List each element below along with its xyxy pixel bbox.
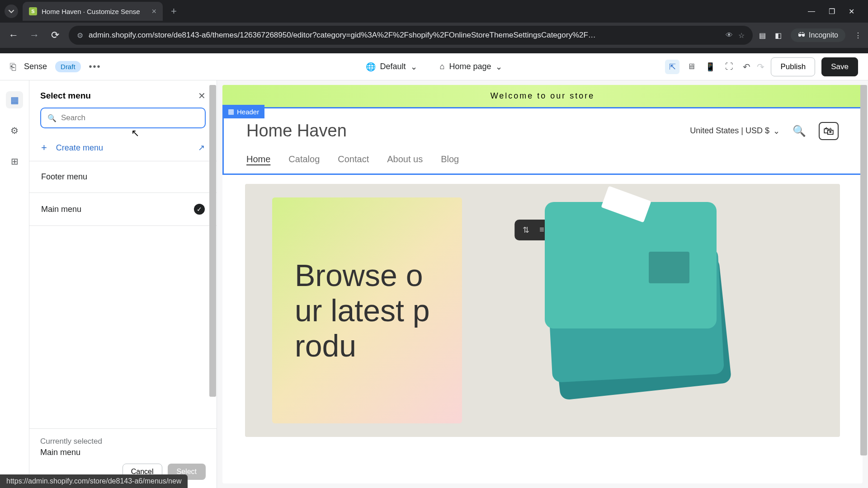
- app-embeds-icon[interactable]: ⊞: [6, 153, 23, 170]
- reading-list-icon[interactable]: ▤: [759, 31, 766, 40]
- region-label: United States | USD $: [690, 126, 769, 136]
- template-label: Default: [380, 62, 406, 71]
- incognito-badge[interactable]: 🕶 Incognito: [791, 28, 845, 42]
- topbar-right: ⇱ 🖥 📱 ⛶ ↶ ↷ Publish Save: [665, 57, 858, 76]
- chevron-down-icon: ⌄: [773, 126, 780, 136]
- currently-selected-label: Currently selected: [40, 437, 206, 446]
- section-icon: ▦: [228, 108, 234, 116]
- close-window-icon[interactable]: ✕: [849, 7, 854, 16]
- check-icon: ✓: [194, 204, 205, 215]
- hero-heading: Browse our latest produ: [295, 258, 439, 364]
- hero-text-block[interactable]: Browse our latest produ: [272, 197, 462, 423]
- url-field[interactable]: ⚙ admin.shopify.com/store/de8143-a6/them…: [69, 26, 753, 45]
- globe-icon: 🌐: [366, 62, 376, 72]
- shopify-favicon: S: [29, 7, 37, 15]
- chevron-down-icon: [8, 8, 14, 14]
- section-tag-label: Header: [237, 108, 259, 116]
- bookmark-icon[interactable]: ☆: [738, 31, 745, 40]
- back-button[interactable]: ←: [6, 29, 21, 41]
- theme-settings-icon[interactable]: ⚙: [6, 122, 23, 139]
- forward-button[interactable]: →: [27, 29, 42, 41]
- move-up-icon[interactable]: ⇅: [523, 225, 529, 235]
- chevron-down-icon: ⌄: [495, 62, 502, 72]
- reload-button[interactable]: ⟳: [48, 29, 62, 41]
- tab-search-dropdown[interactable]: [5, 5, 18, 18]
- draft-badge: Draft: [55, 61, 81, 72]
- toolbar-icons: ▤ ◧ 🕶 Incognito ⋮: [759, 28, 862, 42]
- minimize-icon[interactable]: —: [808, 7, 815, 16]
- inspector-icon[interactable]: ⇱: [665, 60, 679, 74]
- currently-selected-value: Main menu: [40, 448, 206, 457]
- panel-title: Select menu: [40, 91, 91, 101]
- close-panel-button[interactable]: ✕: [198, 90, 206, 101]
- undo-button[interactable]: ↶: [743, 61, 750, 72]
- editor-topbar: ⎗ Sense Draft ••• 🌐 Default ⌄ ⌂ Home pag…: [0, 53, 868, 80]
- exit-editor-icon[interactable]: ⎗: [10, 61, 16, 73]
- save-button[interactable]: Save: [821, 57, 858, 76]
- product-illustration: [540, 229, 735, 392]
- menu-icon[interactable]: ⋮: [854, 31, 862, 40]
- theme-name: Sense: [24, 62, 47, 71]
- panel-header: Select menu ✕: [29, 80, 217, 108]
- external-link-icon[interactable]: ↗: [198, 143, 205, 153]
- plus-icon: +: [41, 142, 47, 154]
- page-selector[interactable]: ⌂ Home page ⌄: [440, 62, 503, 72]
- maximize-icon[interactable]: ❐: [829, 7, 835, 16]
- menu-option-footer[interactable]: Footer menu: [29, 161, 217, 193]
- close-icon[interactable]: ×: [151, 7, 156, 16]
- address-bar: ← → ⟳ ⚙ admin.shopify.com/store/de8143-a…: [0, 23, 868, 48]
- search-input[interactable]: [61, 113, 198, 122]
- preview-canvas: Welcome to our store ▦ Header Home Haven…: [217, 80, 868, 488]
- topbar-center: 🌐 Default ⌄ ⌂ Home page ⌄: [366, 62, 503, 72]
- store-name[interactable]: Home Haven: [246, 121, 347, 141]
- url-text: admin.shopify.com/store/de8143-a6/themes…: [89, 31, 720, 40]
- mobile-icon[interactable]: 📱: [703, 60, 717, 74]
- eye-off-icon[interactable]: 👁: [726, 31, 733, 39]
- announcement-bar[interactable]: Welcome to our store: [222, 85, 863, 107]
- search-icon: 🔍: [47, 114, 57, 122]
- device-preview-toggle: ⇱ 🖥 📱 ⛶: [665, 60, 736, 74]
- desktop-icon[interactable]: 🖥: [684, 60, 698, 74]
- chevron-down-icon: ⌄: [410, 62, 417, 72]
- side-panel-icon[interactable]: ◧: [775, 31, 782, 40]
- nav-link-about[interactable]: About us: [387, 154, 423, 164]
- tab-title: Home Haven · Customize Sense: [42, 8, 147, 15]
- sections-icon[interactable]: ▦: [6, 91, 23, 108]
- canvas-scrollbar[interactable]: [860, 85, 867, 455]
- cart-icon[interactable]: 🛍: [819, 122, 839, 140]
- editor-body: ▦ ⚙ ⊞ Select menu ✕ 🔍 + Create menu: [0, 80, 868, 488]
- nav-link-blog[interactable]: Blog: [441, 154, 459, 164]
- status-bar-url: https://admin.shopify.com/store/de8143-a…: [0, 474, 188, 488]
- create-menu-button[interactable]: + Create menu ↗: [29, 135, 217, 161]
- nav-link-home[interactable]: Home: [246, 154, 270, 164]
- section-tag-header[interactable]: ▦ Header: [222, 105, 264, 118]
- page-label: Home page: [449, 62, 491, 71]
- select-menu-panel: Select menu ✕ 🔍 + Create menu ↗ Footer m…: [29, 80, 217, 488]
- left-icon-rail: ▦ ⚙ ⊞: [0, 80, 29, 488]
- more-actions-button[interactable]: •••: [89, 61, 101, 72]
- theme-editor-app: ⎗ Sense Draft ••• 🌐 Default ⌄ ⌂ Home pag…: [0, 53, 868, 488]
- store-navigation: Home Catalog Contact About us Blog: [246, 154, 839, 164]
- redo-button: ↷: [757, 61, 764, 72]
- publish-button[interactable]: Publish: [771, 57, 815, 76]
- fullscreen-icon[interactable]: ⛶: [722, 60, 736, 74]
- nav-link-contact[interactable]: Contact: [338, 154, 369, 164]
- incognito-icon: 🕶: [798, 31, 805, 39]
- nav-link-catalog[interactable]: Catalog: [288, 154, 320, 164]
- tab-strip: S Home Haven · Customize Sense × + — ❐ ✕: [0, 0, 868, 23]
- menu-option-label: Main menu: [41, 205, 81, 214]
- search-icon[interactable]: 🔍: [793, 125, 806, 137]
- template-selector[interactable]: 🌐 Default ⌄: [366, 62, 417, 72]
- store-preview: Welcome to our store ▦ Header Home Haven…: [222, 85, 863, 483]
- menu-option-label: Footer menu: [41, 172, 87, 182]
- browser-chrome: S Home Haven · Customize Sense × + — ❐ ✕…: [0, 0, 868, 53]
- search-field[interactable]: 🔍: [40, 108, 206, 128]
- store-header-section[interactable]: Home Haven United States | USD $ ⌄ 🔍 🛍 H…: [222, 107, 863, 175]
- browser-tab[interactable]: S Home Haven · Customize Sense ×: [23, 2, 163, 21]
- site-settings-icon[interactable]: ⚙: [77, 31, 83, 40]
- incognito-label: Incognito: [809, 31, 838, 39]
- panel-scrollbar[interactable]: [209, 85, 216, 397]
- region-selector[interactable]: United States | USD $ ⌄: [690, 126, 780, 136]
- menu-option-main[interactable]: Main menu ✓: [29, 193, 217, 226]
- new-tab-button[interactable]: +: [171, 5, 177, 17]
